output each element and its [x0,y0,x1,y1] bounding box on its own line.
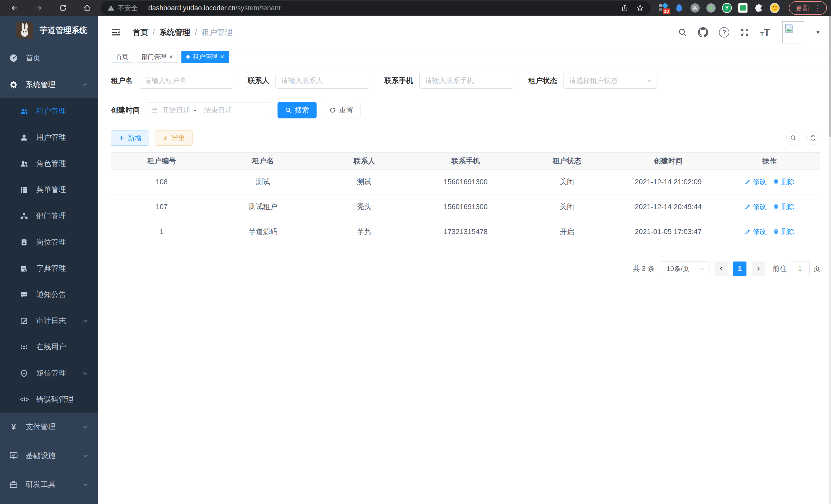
tab-tenant-active[interactable]: 租户管理 × [181,51,229,63]
url-text: dashboard.yudao.iocoder.cn/system/tenant [148,4,281,12]
date-range-picker[interactable]: 开始日期 - 结束日期 [146,102,271,118]
reset-button[interactable]: 重置 [322,102,361,118]
browser-menu-icon[interactable]: ⋮ [814,4,822,12]
sidebar-item-sms[interactable]: 短信管理 [0,360,98,386]
post-badge-icon [20,238,28,246]
edit-link[interactable]: 修改 [745,202,766,211]
cell-actions: 修改删除 [719,170,820,195]
sidebar-item-audit-log[interactable]: 审计日志 [0,308,98,334]
browser-reload-button[interactable] [51,1,75,15]
sidebar-item-label: 字典管理 [36,263,66,274]
browser-home-button[interactable] [75,1,99,15]
tab-dept[interactable]: 部门管理 × [137,51,178,63]
address-bar[interactable]: 不安全 dashboard.yudao.iocoder.cn/system/te… [101,1,651,15]
profile-avatar-icon[interactable] [770,3,780,13]
browser-update-button[interactable]: 更新 ⋮ [789,1,827,14]
breadcrumb-separator: / [153,28,155,37]
page-size-select[interactable]: 10条/页 [661,261,710,276]
hide-search-button[interactable] [786,131,800,145]
delete-link[interactable]: 删除 [773,227,795,236]
sidebar-item-dict[interactable]: 字典管理 [0,255,98,281]
github-icon[interactable] [698,27,708,37]
sidebar-item-user[interactable]: 用户管理 [0,124,98,151]
sidebar-item-system[interactable]: 系统管理 [0,71,98,98]
sidebar-item-infrastructure[interactable]: 基础设施 [0,441,98,470]
sidebar-item-tenant[interactable]: 租户管理 [0,98,98,124]
export-button[interactable]: 导出 [155,130,193,146]
font-size-icon[interactable]: TT [760,28,770,37]
tenant-name-input[interactable] [139,73,233,89]
delete-link[interactable]: 删除 [773,177,795,186]
user-avatar[interactable] [782,21,804,43]
yen-icon: ¥ [9,422,18,431]
sidebar-item-home[interactable]: 首页 [0,45,98,71]
extension-dot-icon[interactable] [706,3,716,13]
sidebar-item-label: 岗位管理 [36,237,66,247]
refresh-table-button[interactable] [806,131,820,145]
sidebar-item-devtools[interactable]: 研发工具 [0,470,98,499]
app-logo-image [17,22,33,38]
extension-command-icon[interactable]: ⌘ [690,3,700,13]
scrollbar-thumb[interactable] [829,16,831,137]
prev-page-button[interactable] [715,262,728,276]
monitor-icon [9,451,18,460]
ext-blue-diamond [662,3,668,9]
next-page-button[interactable] [752,262,765,276]
tab-close-icon[interactable]: × [221,54,224,60]
sidebar-item-online-user[interactable]: 在线用户 [0,334,98,360]
extension-y-icon[interactable]: Y [722,3,732,13]
extension-chat-icon[interactable] [738,3,748,13]
delete-link[interactable]: 删除 [773,202,795,211]
extension-workflow-icon[interactable]: 10 [658,3,668,13]
sidebar-item-post[interactable]: 岗位管理 [0,229,98,255]
contact-label: 联系人 [248,76,269,86]
sidebar-item-error-code[interactable]: </> 错误码管理 [0,386,98,413]
tab-close-icon[interactable]: × [169,54,173,60]
table-row: 1 芋道源码 芋艿 17321315478 开启 2021-01-05 17:0… [111,219,820,244]
browser-back-button[interactable] [3,1,27,15]
goto-page-input[interactable] [790,262,810,276]
sidebar-item-payment[interactable]: ¥ 支付管理 [0,413,98,441]
mobile-input[interactable] [419,73,514,89]
sidebar-item-notice[interactable]: 通知公告 [0,281,98,308]
cell-tenant-name: 芋道源码 [212,219,314,244]
avatar-caret-down-icon[interactable]: ▼ [815,29,821,36]
bookmark-star-icon[interactable] [636,4,644,12]
tab-home[interactable]: 首页 [111,51,133,63]
chevron-right-icon [755,266,762,272]
sidebar-item-label: 通知公告 [36,290,66,300]
sidebar-item-menu[interactable]: 菜单管理 [0,177,98,203]
add-button[interactable]: 新增 [111,130,149,146]
gear-icon [9,80,18,89]
edit-link[interactable]: 修改 [745,227,766,236]
breadcrumb-system[interactable]: 系统管理 [159,27,190,38]
contact-input[interactable] [276,73,370,89]
extensions-puzzle-icon[interactable] [754,3,764,13]
sidebar-item-dept[interactable]: 部门管理 [0,203,98,229]
table-toolbar: 新增 导出 [111,130,820,146]
cell-tenant-name: 测试租户 [212,195,314,219]
current-page-button[interactable]: 1 [733,262,746,276]
sidebar-item-role[interactable]: 角色管理 [0,151,98,177]
breadcrumb-home[interactable]: 首页 [133,27,148,38]
extension-balloon-icon[interactable] [674,3,684,13]
help-icon[interactable]: ? [719,27,729,37]
fullscreen-icon[interactable] [740,28,749,37]
search-icon[interactable] [678,28,687,37]
browser-forward-button[interactable] [27,1,51,15]
sidebar-toggle-icon[interactable] [111,28,121,37]
status-select-placeholder: 请选择租户状态 [569,76,618,85]
edit-link[interactable]: 修改 [745,177,766,186]
online-signal-icon [20,343,28,351]
page-scrollbar[interactable] [829,16,831,504]
search-button[interactable]: 搜索 [278,102,317,118]
briefcase-icon [9,480,18,489]
security-label: 不安全 [118,4,138,12]
top-navbar: 首页 / 系统管理 / 租户管理 ? TT ▼ [98,16,831,49]
sidebar-item-label: 部门管理 [36,211,66,221]
status-select[interactable]: 请选择租户状态 [563,73,658,89]
share-icon[interactable] [621,4,629,12]
dashboard-icon [9,54,18,62]
status-label: 租户状态 [528,76,557,86]
tenant-page: 租户名 联系人 联系手机 租户状态 请选择租户状态 [98,65,831,504]
